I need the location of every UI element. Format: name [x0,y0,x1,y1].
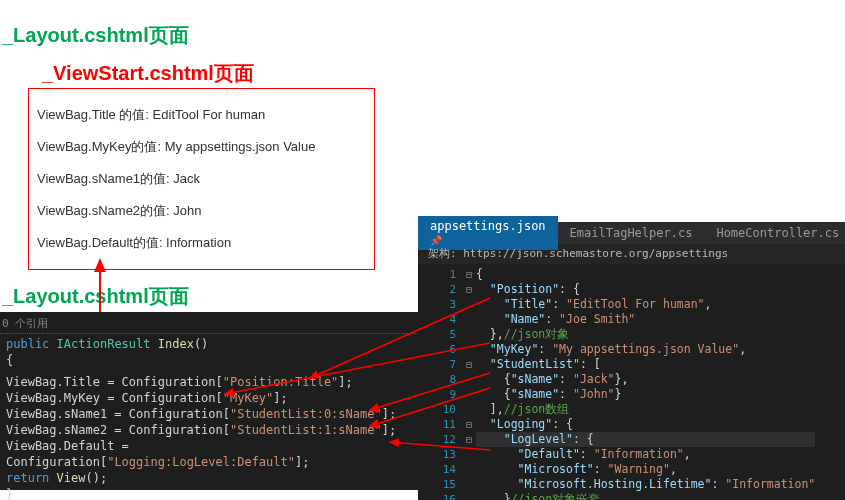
output-row: ViewBag.Default的值: Information [37,227,366,259]
output-row: ViewBag.sName1的值: Jack [37,163,366,195]
output-row: ViewBag.MyKey的值: My appsettings.json Val… [37,131,366,163]
json-code[interactable]: { "Position": { "Title": "EditTool For h… [476,264,815,500]
appsettings-editor[interactable]: appsettings.json 📌 EmailTagHelper.cs Hom… [418,222,845,500]
heading-viewstart: _ViewStart.cshtml页面 [42,60,254,87]
codelens-references[interactable]: 0 个引用 [0,316,418,334]
output-panel: ViewBag.Title 的值: EditTool For human Vie… [28,88,375,270]
schema-bar[interactable]: 架构: https://json.schemastore.org/appsett… [418,244,845,264]
tab-homecontroller[interactable]: HomeController.cs [704,223,845,243]
tab-emailtaghelper[interactable]: EmailTagHelper.cs [558,223,705,243]
heading-layout-top: _Layout.cshtml页面 [2,22,189,49]
output-row: ViewBag.sName2的值: John [37,195,366,227]
code-block: public IActionResult Index() { ViewBag.T… [0,336,418,500]
tab-bar: appsettings.json 📌 EmailTagHelper.cs Hom… [418,222,845,244]
controller-editor[interactable]: 0 个引用 public IActionResult Index() { Vie… [0,312,418,490]
output-row: ViewBag.Title 的值: EditTool For human [37,99,366,131]
line-gutter: 1234 5678 9101112 13141516 [418,264,462,500]
fold-gutter[interactable]: ⊟⊟ ⊟ ⊟⊟ [462,264,476,500]
heading-layout-bottom: _Layout.cshtml页面 [2,283,189,310]
